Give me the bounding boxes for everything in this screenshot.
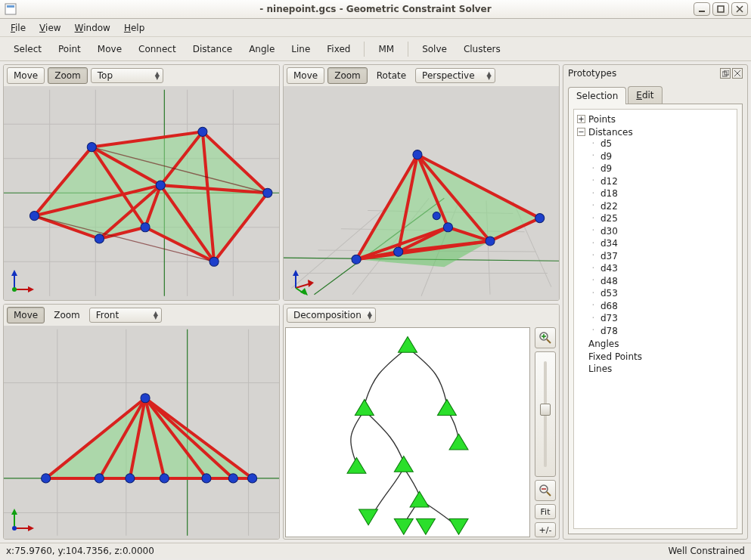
svg-rect-1: [7, 5, 14, 8]
tree-leaf-label[interactable]: d43: [600, 263, 618, 274]
decomp-canvas[interactable]: [285, 327, 530, 538]
tree-node-distances[interactable]: −Distances ·d5·d9·d9·d12·d18·d22·d25·d30…: [577, 125, 735, 338]
panel-restore-button[interactable]: [720, 68, 731, 79]
svg-marker-46: [28, 286, 34, 292]
menu-help[interactable]: Help: [118, 20, 151, 36]
maximize-button[interactable]: [712, 2, 729, 16]
tree-leaf-label[interactable]: d9: [600, 163, 612, 174]
menu-view[interactable]: View: [33, 20, 67, 36]
svg-marker-119: [449, 434, 468, 450]
svg-point-105: [160, 473, 169, 482]
tree-leaf-distance[interactable]: ·d78: [589, 324, 735, 337]
slider-thumb[interactable]: [540, 404, 551, 416]
tool-solve[interactable]: Solve: [414, 41, 455, 57]
tree-leaf-dot-icon: ·: [589, 163, 597, 174]
tree-leaf-distance[interactable]: ·d25: [589, 212, 735, 224]
tree-node-fixed-points[interactable]: Fixed Points: [577, 350, 735, 363]
vp-front-move-button[interactable]: Move: [7, 307, 45, 323]
vp-top-move-button[interactable]: Move: [7, 67, 45, 84]
tree-leaf-label[interactable]: d34: [600, 238, 618, 249]
svg-marker-120: [410, 491, 429, 507]
tree-leaf-label[interactable]: d37: [600, 250, 618, 261]
svg-point-36: [87, 143, 96, 152]
minimize-button[interactable]: [694, 2, 710, 16]
tree-leaf-label[interactable]: d73: [600, 313, 618, 323]
viewport-top-canvas[interactable]: [4, 86, 279, 300]
tree-leaf-label[interactable]: d68: [600, 300, 618, 311]
svg-point-74: [413, 150, 422, 159]
fit-button[interactable]: Fit: [535, 504, 556, 519]
svg-point-73: [352, 255, 361, 264]
tree-leaf-label[interactable]: d30: [600, 225, 618, 236]
axis-gizmo-icon: [8, 507, 36, 534]
tree-leaf-label[interactable]: d53: [600, 288, 618, 299]
tree-leaf-distance[interactable]: ·d30: [589, 224, 735, 237]
tool-line[interactable]: Line: [284, 41, 318, 57]
tab-selection[interactable]: Selection: [568, 87, 626, 104]
tree-leaf-dot-icon: ·: [589, 325, 597, 336]
vp-front-zoom-button[interactable]: Zoom: [48, 308, 86, 323]
tool-mm[interactable]: MM: [371, 41, 402, 57]
tree-leaf-label[interactable]: d78: [600, 325, 618, 336]
tool-move[interactable]: Move: [90, 41, 129, 57]
tree-leaf-distance[interactable]: ·d48: [589, 274, 735, 287]
viewport-front-canvas[interactable]: [4, 326, 279, 540]
menu-file[interactable]: File: [5, 20, 32, 36]
vp-persp-move-button[interactable]: Move: [287, 67, 324, 84]
tool-connect[interactable]: Connect: [131, 41, 184, 57]
viewport-perspective-canvas[interactable]: [284, 86, 559, 300]
tool-angle[interactable]: Angle: [241, 41, 282, 57]
vp-front-projection-combo[interactable]: Front ▲▼: [89, 308, 162, 323]
tree-leaf-label[interactable]: d25: [600, 213, 618, 224]
tree-leaf-distance[interactable]: ·d12: [589, 175, 735, 187]
svg-marker-118: [394, 456, 413, 472]
tool-select[interactable]: Select: [6, 41, 49, 57]
tree-leaf-label[interactable]: d9: [600, 150, 612, 161]
tree-leaf-distance[interactable]: ·d18: [589, 187, 735, 200]
panel-close-button[interactable]: [732, 68, 743, 79]
vp-top-zoom-button[interactable]: Zoom: [48, 67, 88, 84]
tree-leaf-label[interactable]: d5: [600, 138, 612, 149]
collapse-icon[interactable]: −: [577, 128, 585, 136]
tree-leaf-distance[interactable]: ·d34: [589, 237, 735, 249]
tree-leaf-label[interactable]: d22: [600, 200, 618, 211]
plus-minus-button[interactable]: +/-: [535, 522, 556, 537]
tool-clusters[interactable]: Clusters: [456, 41, 508, 57]
vp-persp-projection-combo[interactable]: Perspective ▲▼: [415, 68, 495, 83]
menu-window[interactable]: Window: [69, 20, 116, 36]
app-icon: [5, 3, 17, 15]
tree-node-lines[interactable]: Lines: [577, 362, 735, 375]
tree-leaf-label[interactable]: d12: [600, 175, 618, 186]
tree-leaf-distance[interactable]: ·d5: [589, 137, 735, 150]
expand-icon[interactable]: +: [577, 115, 585, 123]
close-button[interactable]: [731, 2, 748, 16]
tree-leaf-distance[interactable]: ·d37: [589, 249, 735, 262]
vp-persp-rotate-button[interactable]: Rotate: [371, 68, 412, 83]
vp-top-projection-combo[interactable]: Top ▲▼: [91, 68, 163, 83]
tree-leaf-label[interactable]: d48: [600, 275, 618, 286]
svg-point-103: [95, 473, 104, 482]
tab-edit[interactable]: Edit: [628, 86, 662, 104]
tree-leaf-distance[interactable]: ·d9: [589, 162, 735, 175]
prototypes-tree[interactable]: +Points −Distances ·d5·d9·d9·d12·d18·d22…: [573, 109, 737, 529]
tree-leaf-distance[interactable]: ·d53: [589, 286, 735, 299]
vp-persp-zoom-button[interactable]: Zoom: [327, 67, 368, 84]
tree-leaf-label[interactable]: d18: [600, 188, 618, 199]
tree-node-angles[interactable]: Angles: [577, 337, 735, 350]
tree-node-points[interactable]: +Points: [577, 113, 735, 125]
tree-leaf-distance[interactable]: ·d43: [589, 261, 735, 274]
svg-point-79: [433, 212, 440, 220]
tree-leaf-distance[interactable]: ·d9: [589, 150, 735, 162]
svg-point-47: [12, 287, 17, 292]
tool-fixed[interactable]: Fixed: [319, 41, 358, 57]
tree-leaf-distance[interactable]: ·d22: [589, 200, 735, 212]
viewport-decomp-toolbar: Decomposition ▲▼: [284, 305, 559, 326]
tool-distance[interactable]: Distance: [185, 41, 240, 57]
zoom-out-button[interactable]: [535, 480, 556, 501]
vp-decomp-mode-combo[interactable]: Decomposition ▲▼: [287, 308, 376, 323]
tree-leaf-distance[interactable]: ·d73: [589, 311, 735, 324]
tool-point[interactable]: Point: [51, 41, 88, 57]
tree-leaf-distance[interactable]: ·d68: [589, 299, 735, 312]
zoom-in-button[interactable]: [535, 327, 556, 348]
zoom-slider[interactable]: [535, 351, 556, 478]
